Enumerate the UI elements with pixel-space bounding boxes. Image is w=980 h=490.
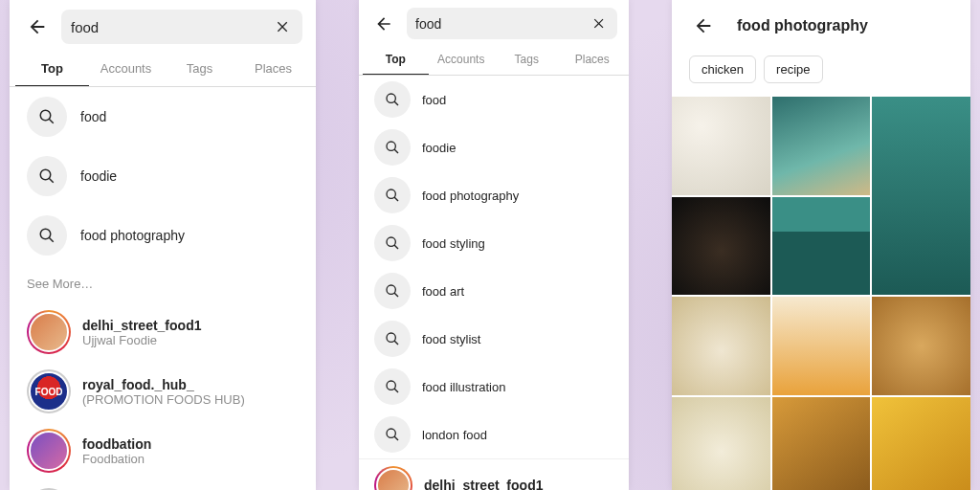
back-button[interactable] [370, 11, 397, 37]
svg-line-7 [394, 101, 398, 105]
suggestion-row[interactable]: food stylist [359, 315, 629, 363]
back-button[interactable] [23, 12, 52, 41]
filter-chip[interactable]: chicken [689, 56, 756, 83]
suggestion-label: food styling [422, 236, 485, 251]
account-row[interactable]: delhi_street_food1 [359, 458, 629, 490]
svg-line-17 [394, 341, 398, 345]
tab-top[interactable]: Top [15, 52, 89, 86]
account-username: royal_food._hub_ [82, 377, 245, 392]
arrow-left-icon [693, 15, 714, 36]
suggestion-row[interactable]: food photography [359, 171, 629, 219]
account-row[interactable]: foodbation Foodbation [10, 421, 316, 480]
search-icon [27, 97, 67, 137]
grid-tile[interactable] [772, 97, 871, 195]
arrow-left-icon [374, 14, 393, 33]
tab-tags[interactable]: Tags [163, 52, 236, 86]
results-header: food photography [672, 0, 970, 52]
back-button[interactable] [689, 11, 718, 40]
grid-tile[interactable] [772, 397, 871, 490]
svg-point-16 [387, 333, 395, 342]
suggestion-label: foodie [80, 168, 117, 184]
tab-places[interactable]: Places [236, 52, 310, 86]
grid-tile[interactable] [872, 297, 970, 395]
search-header: food [10, 0, 316, 52]
grid-tile[interactable] [872, 97, 970, 295]
clear-search-button[interactable] [590, 14, 609, 33]
svg-line-9 [394, 149, 398, 153]
search-icon [374, 177, 411, 213]
grid-tile[interactable] [772, 197, 871, 296]
grid-tile[interactable] [872, 397, 970, 490]
svg-line-13 [394, 245, 398, 249]
suggestion-row[interactable]: london food [359, 411, 629, 458]
suggestion-row[interactable]: food photography [10, 206, 316, 265]
suggestion-label: london food [422, 428, 487, 442]
search-screen-top: food Top Accounts Tags Places food foodi… [10, 0, 316, 490]
clear-search-button[interactable] [274, 17, 293, 36]
avatar [27, 429, 71, 473]
svg-point-0 [40, 110, 51, 121]
search-input[interactable]: food [407, 8, 617, 39]
svg-line-19 [394, 389, 398, 392]
suggestion-row[interactable]: food styling [359, 219, 629, 267]
tab-places[interactable]: Places [560, 45, 626, 75]
account-row[interactable]: FOOD royal_food._hub_ (PROMOTION FOODS H… [10, 362, 316, 421]
svg-line-1 [49, 119, 54, 123]
search-screen-expanded: food Top Accounts Tags Places food foodi… [359, 0, 629, 490]
account-text: foodbation Foodbation [82, 436, 151, 466]
tab-accounts[interactable]: Accounts [89, 52, 163, 86]
grid-tile[interactable] [672, 297, 770, 395]
filter-chip[interactable]: recipe [764, 56, 822, 83]
account-fullname: Ujjwal Foodie [82, 333, 201, 347]
search-input[interactable]: food [61, 10, 302, 44]
search-icon [374, 321, 411, 357]
search-icon [27, 156, 67, 196]
search-icon [27, 215, 67, 256]
account-row[interactable]: delhi_street_food1 Ujjwal Foodie [10, 302, 316, 362]
filter-chips: chicken recipe [672, 52, 970, 97]
search-query: food [71, 19, 274, 35]
tab-accounts[interactable]: Accounts [429, 45, 495, 75]
avatar [374, 466, 412, 490]
account-row[interactable]: food_drinks_2021 Food & Drinks [10, 480, 316, 490]
explore-results-screen: food photography chicken recipe [672, 0, 970, 490]
svg-line-21 [394, 436, 398, 440]
suggestion-row[interactable]: food [359, 76, 629, 123]
svg-point-6 [387, 94, 395, 102]
suggestion-label: food [80, 109, 106, 124]
grid-tile[interactable] [772, 297, 871, 395]
search-icon [374, 273, 411, 309]
suggestion-row[interactable]: foodie [359, 123, 629, 171]
close-icon [276, 19, 291, 34]
search-header: food [359, 0, 629, 45]
account-username: delhi_street_food1 [82, 318, 201, 333]
svg-line-5 [49, 237, 54, 242]
explore-grid [672, 97, 970, 490]
grid-tile[interactable] [672, 397, 770, 490]
search-tabs: Top Accounts Tags Places [359, 45, 629, 76]
svg-line-15 [394, 293, 398, 297]
tab-tags[interactable]: Tags [494, 45, 560, 75]
tab-top[interactable]: Top [363, 45, 429, 75]
svg-point-4 [40, 229, 51, 239]
close-icon [592, 16, 607, 31]
suggestion-label: food photography [80, 228, 185, 243]
suggestion-label: food [422, 93, 446, 107]
suggestion-label: food illustration [422, 380, 505, 394]
suggestion-row[interactable]: food illustration [359, 363, 629, 411]
account-username: foodbation [82, 436, 151, 452]
search-icon [374, 225, 411, 261]
suggestion-row[interactable]: food [10, 87, 316, 146]
svg-point-2 [40, 169, 51, 180]
page-title: food photography [737, 17, 868, 34]
grid-tile[interactable] [672, 197, 770, 296]
suggestion-row[interactable]: food art [359, 267, 629, 315]
grid-tile[interactable] [672, 97, 770, 195]
avatar: FOOD [27, 369, 71, 413]
see-more-link[interactable]: See More… [10, 265, 316, 302]
suggestion-row[interactable]: foodie [10, 146, 316, 206]
account-fullname: Foodbation [82, 452, 151, 466]
account-text: royal_food._hub_ (PROMOTION FOODS HUB) [82, 377, 245, 407]
suggestion-label: food art [422, 284, 464, 299]
svg-point-8 [387, 142, 395, 150]
